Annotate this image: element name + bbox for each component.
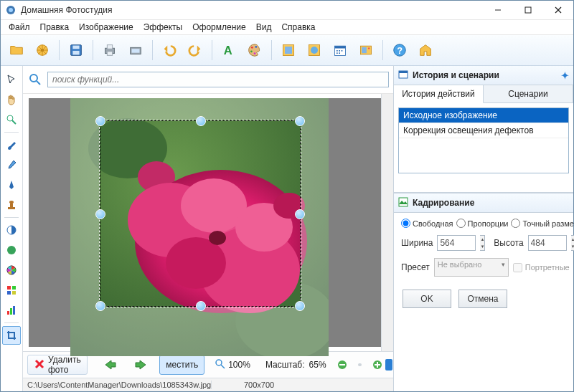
crop-preset-label: Пресет (401, 262, 430, 272)
minimize-button[interactable] (483, 1, 513, 19)
svg-rect-16 (107, 45, 112, 49)
history-panel-header: История и сценарии ✦ (394, 66, 573, 85)
delete-photo-button[interactable]: Удалить фото (27, 355, 88, 375)
redo-button[interactable] (184, 39, 207, 62)
palette-button[interactable] (243, 39, 266, 62)
crop-height-spinner[interactable]: ▲▼ (571, 235, 574, 251)
menu-effects[interactable]: Эффекты (138, 21, 188, 34)
zoom-out-button[interactable] (331, 355, 354, 375)
panel-settings-icon[interactable]: ✦ (561, 70, 569, 81)
svg-point-28 (311, 47, 318, 54)
tool-channels[interactable] (2, 281, 21, 300)
history-item-correction[interactable]: Коррекция освещения дефектов (399, 123, 568, 138)
tool-stamp[interactable] (2, 196, 21, 214)
tab-scenarios[interactable]: Сценарии (484, 85, 573, 102)
open-button[interactable] (5, 39, 28, 62)
crop-handle-bl[interactable] (95, 301, 105, 311)
svg-point-38 (368, 47, 370, 49)
search-row (23, 66, 393, 94)
menu-decor[interactable]: Оформление (187, 21, 250, 34)
menu-file[interactable]: Файл (4, 21, 35, 34)
undo-button[interactable] (158, 39, 181, 62)
crop-handle-tr[interactable] (295, 116, 305, 126)
home-button[interactable] (414, 39, 437, 62)
crop-handle-br[interactable] (295, 301, 305, 311)
tool-eyedropper[interactable] (2, 156, 21, 174)
svg-rect-19 (132, 49, 140, 53)
crop-mode-free[interactable]: Свободная (401, 219, 453, 228)
app-icon (5, 4, 17, 16)
crop-handle-r[interactable] (295, 209, 305, 219)
history-tabs: История действий Сценарии (394, 85, 573, 103)
catalog-button[interactable] (31, 39, 54, 62)
vertical-scrollbar[interactable] (381, 94, 393, 351)
crop-preset-combo[interactable]: Не выбрано (434, 258, 509, 277)
tool-levels[interactable] (2, 301, 21, 320)
photo-preview[interactable] (70, 98, 329, 356)
fit-button[interactable]: местить (159, 355, 204, 375)
status-path: C:\Users\ContentManager\Downloads\108534… (27, 381, 211, 389)
tool-pen[interactable] (2, 176, 21, 194)
history-list[interactable]: Исходное изображение Коррекция освещения… (398, 107, 569, 173)
svg-rect-34 (337, 52, 338, 54)
save-button[interactable] (65, 39, 88, 62)
crop-height-input[interactable] (528, 235, 567, 251)
crop-width-input[interactable] (437, 235, 476, 251)
crop-handle-l[interactable] (95, 209, 105, 219)
tool-hue[interactable] (2, 261, 21, 279)
crop-handle-t[interactable] (196, 116, 206, 126)
tab-history[interactable]: История действий (394, 85, 484, 103)
status-dimensions: 700x700 (211, 381, 306, 389)
prev-photo-button[interactable] (96, 355, 123, 375)
help-button[interactable]: ? (388, 39, 411, 62)
zoom-slider[interactable] (358, 363, 362, 366)
crop-cancel-button[interactable]: Отмена (458, 290, 507, 308)
scale-value: 65% (309, 360, 326, 370)
search-input[interactable] (47, 72, 389, 87)
tool-brush[interactable] (2, 135, 21, 154)
crop-mode-proportions[interactable]: Пропорции (456, 219, 509, 228)
crop-width-label: Ширина (401, 238, 433, 248)
postcard-button[interactable] (354, 39, 377, 62)
tool-hand[interactable] (2, 90, 21, 109)
tool-curves[interactable] (2, 241, 21, 259)
frame-button[interactable] (277, 39, 300, 62)
tool-pointer[interactable] (2, 70, 21, 89)
search-icon[interactable] (27, 72, 43, 87)
crop-mode-exact[interactable]: Точный размер (511, 219, 574, 228)
maximize-button[interactable] (513, 1, 543, 19)
menu-image[interactable]: Изображение (74, 21, 138, 34)
close-button[interactable] (543, 1, 573, 19)
tool-zoom[interactable] (2, 110, 21, 129)
crop-rectangle[interactable] (99, 120, 301, 307)
crop-portrait-checkbox[interactable]: Портретные (513, 263, 570, 272)
fit-label: местить (166, 360, 198, 370)
svg-line-57 (37, 81, 40, 85)
next-photo-button[interactable] (128, 355, 155, 375)
menu-view[interactable]: Вид (251, 21, 277, 34)
svg-point-24 (254, 52, 256, 54)
menu-help[interactable]: Справка (276, 21, 320, 34)
history-item-original[interactable]: Исходное изображение (399, 108, 568, 123)
print-button[interactable] (98, 39, 121, 62)
svg-rect-75 (339, 364, 345, 365)
svg-rect-80 (399, 71, 408, 73)
menu-edit[interactable]: Правка (35, 21, 75, 34)
zoom-100-button[interactable]: 100% (209, 355, 257, 375)
crop-panel-header: Кадрирование (394, 193, 573, 213)
crop-handle-b[interactable] (196, 301, 206, 311)
canvas-area[interactable] (23, 94, 393, 351)
zoom-slider-thumb[interactable] (385, 359, 392, 371)
title-bar: Домашняя Фотостудия (1, 1, 573, 20)
scan-button[interactable] (124, 39, 147, 62)
tool-crop[interactable] (2, 326, 21, 345)
svg-rect-32 (339, 50, 340, 52)
crop-handle-tl[interactable] (95, 116, 105, 126)
tool-contrast[interactable] (2, 221, 21, 239)
calendar-button[interactable] (329, 39, 352, 62)
svg-rect-49 (7, 286, 11, 290)
mask-button[interactable] (303, 39, 326, 62)
crop-width-spinner[interactable]: ▲▼ (480, 235, 485, 251)
crop-ok-button[interactable]: OK (403, 290, 451, 308)
text-button[interactable]: A (217, 39, 240, 62)
